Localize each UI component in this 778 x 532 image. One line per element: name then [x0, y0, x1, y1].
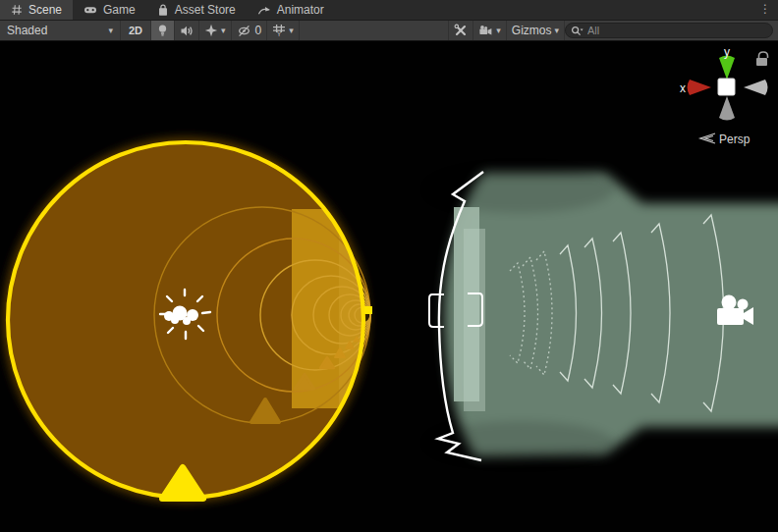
kebab-menu-icon[interactable]: ⋮: [752, 0, 778, 20]
scene-search[interactable]: [565, 23, 773, 38]
gizmo-center-cube[interactable]: [718, 79, 735, 95]
perspective-icon: [700, 133, 715, 143]
chevron-down-icon: ▾: [289, 26, 294, 35]
axis-x-label: x: [680, 81, 686, 95]
projection-toggle[interactable]: Persp: [700, 133, 750, 146]
scene-camera-dropdown[interactable]: ▾: [473, 21, 507, 40]
audio-toggle[interactable]: [175, 21, 199, 40]
axis-neg-y-cone[interactable]: [719, 96, 735, 121]
chevron-down-icon: ▾: [496, 26, 501, 35]
axis-y-cone[interactable]: [719, 56, 735, 80]
grid-visibility-dropdown[interactable]: Y ▾: [267, 21, 300, 40]
axis-y-label: y: [724, 45, 730, 59]
focus-bracket-left: [429, 294, 444, 327]
tab-label: Animator: [277, 3, 324, 17]
tab-animator[interactable]: Animator: [247, 0, 335, 20]
light-range-handle[interactable]: [364, 306, 372, 314]
axis-neg-x-cone[interactable]: [744, 80, 768, 95]
gizmos-label: Gizmos: [512, 24, 552, 37]
chevron-down-icon: ▾: [221, 26, 226, 35]
chevron-down-icon: ▾: [108, 26, 113, 35]
search-input[interactable]: [587, 25, 767, 36]
animator-arrow-icon: [257, 4, 271, 16]
tab-scene[interactable]: Scene: [0, 0, 73, 20]
wrench-screwdriver-icon: [454, 24, 468, 37]
tab-asset-store[interactable]: Asset Store: [146, 0, 247, 20]
scene-canvas[interactable]: y x Persp: [0, 41, 778, 532]
unity-scene-window: Scene Game Asset Store Animator ⋮: [0, 0, 778, 532]
light-bulb-icon: [156, 24, 169, 37]
grid-axis-letter: Y: [277, 30, 282, 37]
scene-toolbar: Shaded ▾ 2D ▾: [0, 21, 778, 41]
search-icon: [571, 26, 584, 36]
lock-icon[interactable]: [756, 52, 768, 66]
axis-x-cone[interactable]: [688, 80, 712, 95]
projection-label: Persp: [719, 133, 750, 146]
tab-label: Asset Store: [175, 3, 236, 17]
draw-mode-label: Shaded: [7, 24, 47, 37]
gizmos-dropdown[interactable]: Gizmos ▾: [507, 21, 565, 40]
tab-label: Game: [103, 3, 136, 17]
effects-star-icon: [204, 24, 218, 37]
scene-orientation-gizmo: y x Persp: [680, 45, 768, 146]
speaker-icon: [180, 25, 194, 37]
gamepad-icon: [83, 4, 97, 16]
scene-lighting-toggle[interactable]: [151, 21, 175, 40]
hidden-count: 0: [255, 24, 262, 37]
grid-icon: [11, 4, 23, 16]
shopping-bag-icon: [157, 4, 169, 17]
tab-bar: Scene Game Asset Store Animator ⋮: [0, 0, 778, 21]
scene-visibility-toggle[interactable]: 0: [232, 21, 268, 40]
tab-game[interactable]: Game: [73, 0, 146, 20]
effects-dropdown[interactable]: ▾: [199, 21, 232, 40]
2d-toggle[interactable]: 2D: [121, 21, 151, 40]
eye-slash-icon: [237, 25, 251, 37]
point-light-gizmo: [3, 137, 373, 503]
scene-viewport[interactable]: y x Persp: [0, 41, 778, 532]
component-tools-button[interactable]: [448, 21, 473, 40]
tab-label: Scene: [28, 3, 62, 17]
chevron-down-icon: ▾: [554, 26, 559, 35]
draw-mode-dropdown[interactable]: Shaded ▾: [0, 21, 121, 40]
camera-icon: [478, 25, 493, 36]
grid-axis-icon: Y: [272, 24, 286, 37]
